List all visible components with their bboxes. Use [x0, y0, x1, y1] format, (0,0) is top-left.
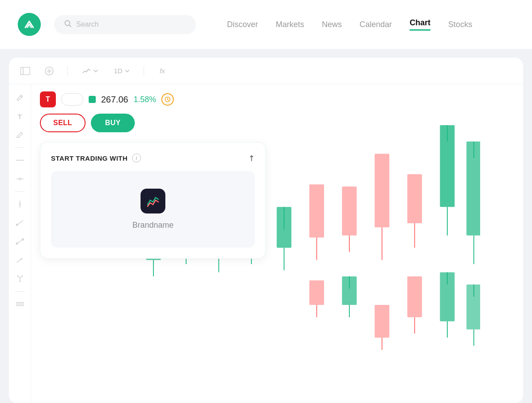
widget-title: START TRADING WITH — [51, 154, 128, 162]
sell-button[interactable]: SELL — [40, 114, 86, 132]
eraser-tool[interactable] — [13, 128, 27, 142]
arrow-tool[interactable] — [13, 253, 27, 267]
fx-label: fx — [160, 67, 165, 75]
stock-info-panel: T 267.06 1.58% — [40, 91, 174, 132]
more-tools[interactable] — [13, 297, 27, 311]
chart-container: 1D fx T — [9, 58, 523, 403]
stock-clock-icon — [161, 93, 174, 106]
pencil-tool[interactable] — [13, 91, 27, 105]
svg-rect-46 — [309, 185, 324, 238]
stock-change: 1.58% — [133, 95, 156, 104]
svg-rect-76 — [440, 272, 454, 321]
svg-rect-73 — [407, 277, 422, 317]
tool-divider-3 — [15, 291, 25, 292]
toolbar: 1D fx — [9, 58, 523, 84]
trend-line-tool[interactable] — [13, 234, 27, 249]
stock-pill — [61, 93, 83, 106]
svg-rect-58 — [440, 125, 454, 207]
svg-rect-43 — [277, 207, 291, 248]
widget-header: START TRADING WITH i ↗ — [51, 153, 255, 163]
main-content: 1D fx T — [0, 49, 532, 403]
svg-rect-61 — [466, 142, 480, 236]
svg-line-7 — [20, 96, 22, 97]
left-tools-panel: T — [9, 84, 31, 403]
add-indicator-button[interactable] — [42, 63, 57, 79]
chart-type-dropdown[interactable] — [78, 66, 102, 76]
main-nav: Discover Markets News Calendar Chart Sto… — [227, 18, 514, 31]
svg-point-26 — [19, 281, 20, 282]
text-tool[interactable]: T — [13, 109, 27, 123]
svg-rect-79 — [466, 284, 480, 329]
horizontal-line-tool[interactable] — [13, 153, 27, 167]
svg-rect-2 — [21, 67, 30, 75]
nav-news[interactable]: News — [322, 20, 342, 29]
nav-calendar[interactable]: Calendar — [360, 20, 392, 29]
svg-line-1 — [70, 25, 71, 27]
tesla-logo: T — [40, 91, 56, 107]
svg-point-25 — [21, 276, 23, 277]
svg-rect-67 — [342, 277, 356, 305]
buy-button[interactable]: BUY — [91, 114, 135, 132]
brand-card[interactable]: Brandname — [51, 171, 255, 248]
logo[interactable] — [18, 13, 41, 36]
stock-price: 267.06 — [101, 95, 128, 105]
search-input-label: Search — [76, 20, 99, 28]
brand-logo-icon — [141, 189, 165, 213]
nav-discover[interactable]: Discover — [227, 20, 258, 29]
external-link-icon[interactable]: ↗ — [246, 152, 257, 164]
timeframe-label: 1D — [114, 67, 122, 75]
vertical-line-tool[interactable] — [13, 197, 27, 211]
price-line-tool[interactable] — [13, 172, 27, 186]
svg-point-24 — [17, 276, 18, 277]
svg-point-9 — [19, 178, 21, 180]
search-icon — [64, 20, 72, 30]
svg-rect-55 — [407, 174, 422, 223]
tool-divider-2 — [15, 191, 25, 192]
tool-divider-1 — [15, 147, 25, 148]
info-icon[interactable]: i — [132, 154, 141, 162]
timeframe-dropdown[interactable]: 1D — [110, 65, 133, 76]
svg-point-0 — [65, 20, 70, 25]
trading-widget: START TRADING WITH i ↗ — [40, 142, 266, 259]
trade-buttons: SELL BUY — [40, 114, 174, 132]
toolbar-divider-2 — [144, 66, 144, 76]
brand-name-label: Brandname — [132, 221, 173, 230]
svg-rect-70 — [375, 305, 389, 338]
widget-title-row: START TRADING WITH i — [51, 154, 141, 162]
svg-rect-64 — [309, 281, 324, 305]
panel-toggle-button[interactable] — [18, 63, 33, 79]
fork-tool[interactable] — [13, 272, 27, 286]
chart-canvas: T 267.06 1.58% — [31, 84, 523, 403]
svg-rect-52 — [375, 154, 389, 227]
chart-area: T — [9, 84, 523, 403]
stock-header: T 267.06 1.58% — [40, 91, 174, 107]
stock-color-indicator — [89, 96, 96, 103]
nav-markets[interactable]: Markets — [276, 20, 304, 29]
search-bar[interactable]: Search — [54, 15, 196, 34]
header: Search Discover Markets News Calendar Ch… — [0, 0, 532, 49]
ray-tool[interactable] — [13, 216, 27, 230]
svg-line-83 — [168, 99, 169, 100]
toolbar-divider-1 — [67, 66, 68, 76]
nav-chart[interactable]: Chart — [410, 18, 430, 31]
svg-rect-49 — [342, 186, 356, 235]
fx-button[interactable]: fx — [155, 63, 170, 79]
nav-stocks[interactable]: Stocks — [448, 20, 472, 29]
svg-point-12 — [19, 203, 21, 205]
